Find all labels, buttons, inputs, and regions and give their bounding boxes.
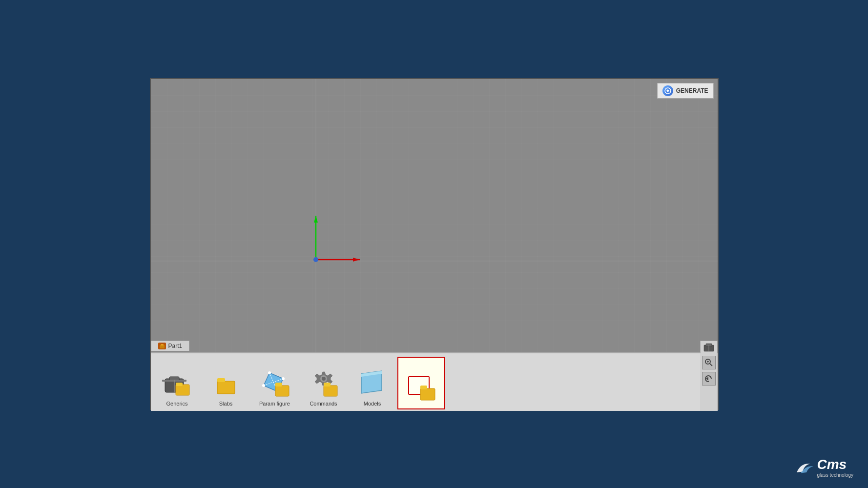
generics-label: Generics (166, 401, 187, 407)
tab-row: Part1 (151, 341, 190, 351)
commands-icon-container (308, 367, 339, 399)
svg-point-29 (322, 377, 326, 381)
toolbar-item-param-figure[interactable]: Param figure (251, 357, 299, 409)
svg-point-23 (282, 377, 285, 380)
toolbar-item-models[interactable]: Models (349, 357, 396, 409)
toolbar-item-generics[interactable]: Generics (153, 357, 201, 409)
app-window: GENERATE Part1 (150, 78, 719, 410)
commands-label: Commands (310, 401, 337, 407)
zoom-button[interactable] (702, 356, 716, 369)
svg-line-41 (710, 364, 712, 366)
toolbar-item-slabs[interactable]: Slabs (202, 357, 250, 409)
generate-label: GENERATE (676, 87, 708, 94)
svg-point-7 (313, 257, 318, 262)
slabs-icon-container (210, 367, 242, 399)
svg-point-22 (268, 371, 271, 374)
cms-subtitle: glass technology (817, 472, 854, 478)
generics-icon-container (162, 367, 193, 399)
right-buttons (700, 353, 718, 411)
undo-button[interactable] (702, 372, 716, 386)
svg-rect-26 (275, 386, 289, 396)
cms-swoosh-icon (795, 460, 814, 475)
toolbar-item-commands[interactable]: Commands (300, 357, 348, 409)
svg-rect-31 (324, 383, 331, 386)
canvas-area: GENERATE (151, 79, 718, 352)
part1-tab-icon (158, 343, 166, 349)
models-icon-container (357, 367, 388, 399)
svg-rect-18 (217, 378, 225, 382)
svg-rect-35 (420, 388, 435, 400)
svg-rect-16 (176, 383, 183, 386)
generate-button[interactable]: GENERATE (657, 83, 714, 99)
origin-marker (316, 260, 365, 310)
bottom-bar: Part1 Gene (151, 352, 718, 411)
part1-tab[interactable]: Part1 (151, 341, 190, 351)
models-label: Models (364, 401, 381, 407)
svg-rect-36 (420, 386, 427, 389)
last-icon-container (406, 373, 437, 404)
top-right-tab[interactable] (700, 341, 718, 353)
param-figure-icon-container (259, 367, 290, 399)
part1-tab-label: Part1 (168, 343, 183, 349)
toolbar-item-last[interactable] (397, 357, 445, 409)
toolbar-items: Generics Slabs (151, 354, 718, 412)
cms-name: Cms (817, 457, 854, 472)
svg-rect-10 (161, 344, 164, 346)
svg-rect-27 (275, 383, 282, 386)
param-figure-label: Param figure (259, 401, 290, 407)
generate-icon (662, 85, 673, 96)
canvas-grid (151, 79, 718, 352)
svg-point-25 (262, 384, 265, 387)
svg-rect-9 (160, 345, 165, 348)
svg-rect-17 (217, 381, 235, 394)
cms-logo: Cms glass technology (795, 457, 854, 478)
slabs-label: Slabs (219, 401, 233, 407)
svg-rect-15 (176, 385, 189, 395)
cms-logo-text-group: Cms glass technology (817, 457, 854, 478)
svg-rect-0 (151, 79, 718, 352)
svg-rect-30 (324, 386, 337, 396)
